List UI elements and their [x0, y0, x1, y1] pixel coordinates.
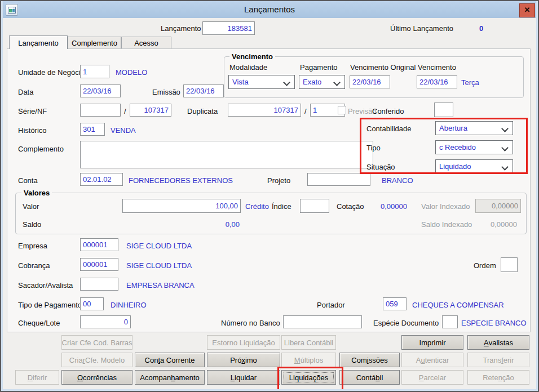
- data-field[interactable]: 22/03/16: [80, 84, 121, 97]
- transferir-button[interactable]: Transferir: [467, 353, 529, 367]
- avalistas-button[interactable]: Avalistas: [467, 335, 529, 350]
- portador-field[interactable]: 059: [383, 297, 407, 310]
- projeto-label: Projeto: [267, 176, 290, 185]
- cobranca-field[interactable]: 000001: [80, 258, 118, 271]
- conferido-field[interactable]: [434, 103, 453, 117]
- ocorrencias-button[interactable]: Ocorrências: [61, 370, 132, 385]
- tab-acesso[interactable]: Acesso: [121, 37, 171, 48]
- empresa-desc: SIGE CLOUD LTDA: [126, 242, 192, 250]
- chevron-down-icon: [283, 79, 290, 86]
- complemento-textarea[interactable]: [80, 141, 373, 168]
- duplicata-slash: /: [304, 107, 307, 115]
- chevron-down-icon: [501, 125, 509, 132]
- pagamento-select[interactable]: Exato: [299, 75, 345, 89]
- liquidacoes-button[interactable]: Liquidações: [281, 370, 336, 385]
- saldo-indexado-value: 0,00000: [478, 220, 517, 229]
- especie-documento-desc: ESPECIE BRANCO: [461, 319, 527, 327]
- cobranca-label: Cobrança: [18, 261, 50, 270]
- chevron-down-icon: [501, 163, 509, 171]
- serie-nf-slash: /: [124, 107, 126, 115]
- complemento-label: Complemento: [18, 145, 64, 153]
- lancamento-number-field[interactable]: 183581: [202, 21, 255, 35]
- ordem-field[interactable]: [501, 257, 518, 272]
- data-label: Data: [18, 88, 33, 96]
- close-icon[interactable]: ✕: [519, 3, 535, 17]
- especie-documento-label: Espécie Documento: [373, 319, 439, 327]
- criar-cfe-cod-barras-button[interactable]: Criar Cfe Cod. Barras: [61, 335, 132, 350]
- lancamentos-dialog: Lançamentos ✕ Lançamento 183581 Último L…: [0, 0, 539, 392]
- historico-label: Histórico: [18, 126, 47, 135]
- historico-field[interactable]: 301: [80, 123, 105, 136]
- vencimento-label: Vencimento: [418, 63, 456, 72]
- conta-field[interactable]: 02.01.02: [80, 173, 123, 186]
- criar-cfe-modelo-button[interactable]: Criar Cfe. Modelo: [61, 353, 132, 367]
- chevron-down-icon: [501, 144, 509, 152]
- conta-label: Conta: [18, 176, 38, 185]
- diferir-button[interactable]: Diferir: [15, 370, 59, 385]
- projeto-desc: BRANCO: [382, 176, 413, 185]
- ordem-label: Ordem: [474, 261, 496, 270]
- parcelar-button[interactable]: Parcelar: [401, 370, 463, 385]
- autenticar-button[interactable]: Autenticar: [401, 353, 463, 367]
- numero-banco-field[interactable]: [283, 315, 362, 328]
- imprimir-button[interactable]: Imprimir: [401, 335, 463, 350]
- libera-contabil-button[interactable]: Libera Contábil: [281, 335, 336, 350]
- valores-group-title: Valores: [21, 189, 52, 197]
- numero-banco-label: Número no Banco: [221, 319, 280, 327]
- duplicata-field[interactable]: 107317: [228, 104, 301, 117]
- duplicata-label: Duplicata: [187, 107, 218, 115]
- previsao-checkbox[interactable]: [338, 106, 346, 114]
- valor-indexado-field: 0,00000: [475, 199, 521, 213]
- estorno-liquidacao-button[interactable]: Estorno Liquidação: [207, 335, 280, 350]
- acompanhamento-button[interactable]: Acompanhamento: [135, 370, 205, 385]
- modalidade-select[interactable]: Vista: [228, 75, 295, 89]
- indice-field[interactable]: [300, 199, 329, 213]
- situacao-select[interactable]: Liquidado: [435, 159, 513, 173]
- empresa-label: Empresa: [18, 242, 47, 250]
- saldo-label: Saldo: [23, 220, 41, 229]
- sacador-avalista-label: Sacador/Avalista: [18, 281, 73, 289]
- cobranca-desc: SIGE CLOUD LTDA: [126, 261, 192, 270]
- conta-desc: FORNECEDORES EXTERNOS: [129, 176, 233, 185]
- tipo-select[interactable]: c Recebido: [435, 140, 513, 154]
- especie-documento-field[interactable]: [442, 315, 458, 328]
- valor-field[interactable]: 100,00: [122, 199, 241, 213]
- nf-field[interactable]: 107317: [130, 104, 171, 117]
- valor-desc: Crédito: [245, 202, 269, 211]
- projeto-field[interactable]: [307, 173, 370, 186]
- empresa-field[interactable]: 000001: [80, 238, 118, 251]
- tab-lancamento[interactable]: Lançamento: [9, 35, 68, 49]
- vencimento-original-field[interactable]: 22/03/16: [350, 75, 390, 88]
- tipo-pagamento-label: Tipo de Pagamento: [18, 301, 82, 309]
- conta-corrente-button[interactable]: Conta Corrente: [135, 353, 205, 367]
- sacador-avalista-field[interactable]: [80, 278, 118, 291]
- unidade-negocio-field[interactable]: 1: [80, 65, 109, 78]
- tipo-pagamento-field[interactable]: 00: [80, 297, 104, 310]
- retencao-button[interactable]: Retenção: [467, 370, 529, 385]
- emissao-field[interactable]: 22/03/16: [183, 84, 224, 97]
- vencimento-field[interactable]: 22/03/16: [417, 75, 457, 88]
- vencimento-group-title: Vencimento: [229, 52, 275, 61]
- tab-complemento[interactable]: Complemento: [68, 37, 121, 48]
- titlebar[interactable]: Lançamentos ✕: [1, 1, 538, 18]
- liquidar-button[interactable]: Liquidar: [207, 370, 280, 385]
- contabilidade-select[interactable]: Abertura: [435, 121, 513, 135]
- tipo-label: Tipo: [366, 144, 381, 152]
- vencimento-weekday: Terça: [461, 78, 479, 87]
- comissoes-button[interactable]: Comissões: [339, 353, 400, 367]
- cheque-lote-field[interactable]: 0: [80, 315, 131, 328]
- cotacao-label: Cotação: [337, 202, 364, 211]
- serie-nf-label: Série/NF: [18, 107, 47, 115]
- historico-desc: VENDA: [111, 126, 136, 135]
- saldo-value: 0,00: [196, 220, 240, 229]
- serie-field[interactable]: [80, 104, 121, 117]
- proximo-button[interactable]: Próximo: [207, 353, 280, 367]
- emissao-label: Emissão: [152, 88, 180, 96]
- indice-label: Índice: [272, 202, 291, 211]
- unidade-negocio-desc: MODELO: [116, 68, 147, 77]
- multiplos-button[interactable]: Múltiplos: [281, 353, 336, 367]
- cotacao-value: 0,00000: [373, 202, 407, 211]
- contabil-button[interactable]: Contábil: [339, 370, 400, 385]
- valor-indexado-label: Valor Indexado: [421, 202, 470, 211]
- conferido-label: Conferido: [372, 107, 404, 115]
